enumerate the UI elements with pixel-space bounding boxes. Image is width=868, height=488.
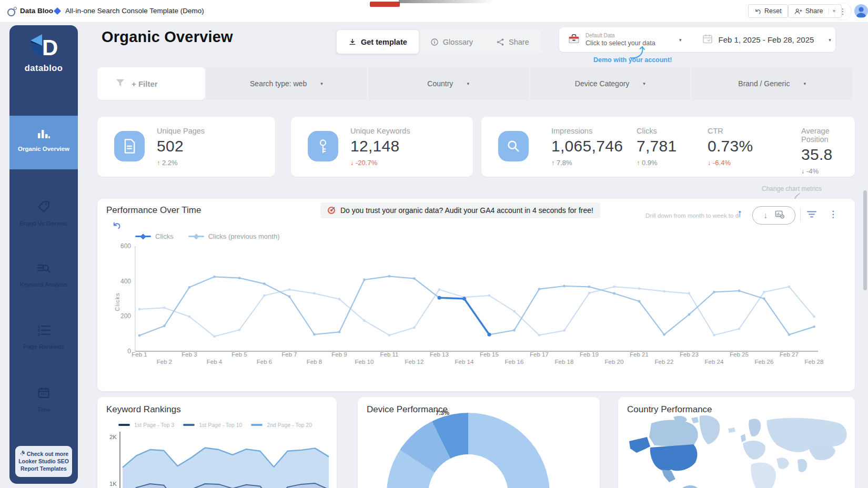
- world-map[interactable]: [621, 415, 852, 488]
- recording-smear: [399, 0, 493, 3]
- calendar-range-icon: [702, 33, 713, 47]
- performance-legend: Clicks Clicks (previous month): [135, 232, 280, 240]
- svg-text:Clicks: Clicks: [114, 292, 120, 311]
- filter-brand-generic[interactable]: Brand / Generic ▾: [692, 67, 852, 100]
- donut-hole: [428, 454, 508, 488]
- sidebar-item-organic-overview[interactable]: Organic Overview: [9, 116, 78, 169]
- share-label: Share: [805, 7, 823, 15]
- svg-text:Feb 21: Feb 21: [630, 351, 649, 358]
- device-donut[interactable]: [387, 413, 550, 488]
- undo-icon: [754, 8, 761, 15]
- sidebar-promo-badge[interactable]: Check out more Looker Studio SEO Report …: [15, 446, 72, 477]
- chart-filter-icon[interactable]: [806, 210, 817, 220]
- performance-over-time-card: Performance Over Time Do you trust your …: [97, 199, 855, 391]
- legend-swatch-clicks-previous: [188, 236, 204, 237]
- chart-more-icon[interactable]: ⋮: [829, 209, 837, 220]
- share-report-button[interactable]: Share: [485, 30, 541, 54]
- get-template-label: Get template: [361, 38, 407, 46]
- svg-text:Feb 19: Feb 19: [580, 351, 599, 358]
- page-title: Organic Overview: [102, 28, 233, 46]
- svg-text:Feb 6: Feb 6: [257, 359, 272, 365]
- svg-text:Feb 28: Feb 28: [805, 359, 824, 365]
- kpi-label: Impressions: [551, 127, 623, 135]
- sidebar-promo-text: Check out more Looker Studio SEO Report …: [18, 451, 69, 472]
- svg-text:Feb 25: Feb 25: [730, 351, 749, 358]
- browser-app-bar: Data Bloo All-in-one Search Console Temp…: [0, 0, 868, 23]
- date-range-picker[interactable]: Feb 1, 2025 - Feb 28, 2025 ▾: [702, 33, 831, 47]
- add-filter-button[interactable]: + Filter: [97, 67, 205, 100]
- svg-text:Feb 16: Feb 16: [505, 359, 524, 365]
- recording-indicator: [370, 2, 400, 7]
- map-usa: [650, 444, 698, 471]
- svg-text:Feb 1: Feb 1: [132, 351, 147, 358]
- keyword-chart[interactable]: 2K1K: [103, 424, 333, 488]
- info-icon: [430, 38, 439, 46]
- filter-label: Country: [427, 79, 453, 88]
- kpi-label: Unique Keywords: [350, 127, 410, 135]
- drill-down-icon[interactable]: ↓: [763, 211, 768, 220]
- svg-text:Feb 27: Feb 27: [780, 351, 799, 358]
- date-range-caret-icon: ▾: [829, 37, 831, 43]
- svg-text:D: D: [42, 35, 58, 59]
- svg-text:Feb 7: Feb 7: [281, 351, 297, 358]
- svg-text:3: 3: [38, 332, 40, 337]
- keyword-rankings-title: Keyword Rankings: [106, 404, 181, 415]
- report-diamond-icon: [54, 7, 61, 15]
- kpi-delta: ↓-6.4%: [708, 159, 753, 167]
- svg-text:Feb 10: Feb 10: [355, 359, 374, 365]
- sidebar-item-keyword-analysis[interactable]: Keyword Analysis: [9, 255, 78, 300]
- sidebar-item-time[interactable]: Time: [9, 379, 78, 424]
- report-title: All-in-one Search Console Template (Demo…: [65, 7, 204, 15]
- reset-button[interactable]: Reset: [748, 4, 788, 18]
- svg-text:Feb 3: Feb 3: [181, 351, 197, 358]
- looker-studio-icon: [7, 7, 17, 16]
- filter-label: Search type: web: [250, 79, 307, 88]
- more-options-button[interactable]: ⋮: [834, 3, 852, 21]
- svg-text:Feb 4: Feb 4: [207, 359, 223, 365]
- svg-text:2K: 2K: [109, 434, 117, 440]
- glossary-label: Glossary: [443, 38, 473, 46]
- performance-chart[interactable]: 0200400600ClicksFeb 1Feb 2Feb 3Feb 4Feb …: [113, 243, 839, 375]
- device-performance-card: Device Performance 7.3%: [358, 397, 600, 488]
- glossary-button[interactable]: Glossary: [419, 30, 485, 54]
- chevron-down-icon: ▾: [643, 81, 645, 86]
- filter-search-type[interactable]: Search type: web ▾: [206, 67, 367, 100]
- kpi-card-search-metrics: Impressions 1,065,746 ↑7.8% Clicks 7,781…: [481, 117, 855, 177]
- svg-text:Feb 22: Feb 22: [655, 359, 674, 365]
- change-chart-metrics-hint: Change chart metrics: [762, 185, 822, 192]
- avatar[interactable]: [854, 4, 868, 18]
- up-arrow-icon: ↑: [637, 159, 640, 167]
- page-scrollbar[interactable]: [863, 190, 867, 290]
- chevron-down-icon: ▾: [803, 81, 806, 86]
- funnel-icon: [115, 78, 125, 89]
- svg-text:Feb 9: Feb 9: [331, 351, 347, 358]
- share-report-label: Share: [509, 38, 529, 46]
- date-range-value: Feb 1, 2025 - Feb 28, 2025: [719, 35, 814, 44]
- databloo-logo-icon: D: [28, 33, 59, 59]
- kpi-value: 1,065,746: [551, 137, 623, 155]
- filter-device-category[interactable]: Device Category ▾: [530, 67, 691, 100]
- chart-undo-icon[interactable]: [112, 221, 121, 232]
- drill-up-icon[interactable]: ↑: [737, 207, 742, 219]
- up-arrow-icon: ↑: [157, 159, 160, 167]
- sidebar-item-label: Keyword Analysis: [9, 281, 78, 288]
- get-template-button[interactable]: Get template: [337, 30, 419, 54]
- header-button-group: Get template Glossary Share: [337, 30, 541, 54]
- kpi-delta: ↓-4%: [801, 167, 855, 175]
- ga4-audit-banner[interactable]: Do you trust your organic data? Audit yo…: [320, 202, 600, 218]
- filter-country[interactable]: Country ▾: [368, 67, 529, 100]
- data-source-selector[interactable]: Default Data Click to select your data ▾: [559, 33, 682, 47]
- kpi-value: 7,781: [637, 137, 677, 155]
- legend-label: Clicks (previous month): [208, 232, 280, 240]
- svg-text:Feb 24: Feb 24: [705, 359, 724, 365]
- kpi-value: 0.73%: [708, 137, 753, 155]
- legend-label: Clicks: [155, 232, 174, 240]
- svg-text:Feb 2: Feb 2: [157, 359, 172, 365]
- legend-clicks-previous: Clicks (previous month): [188, 232, 280, 240]
- kpi-value: 35.8: [801, 146, 855, 164]
- chart-settings-icon[interactable]: [775, 210, 784, 221]
- sidebar-item-page-rankings[interactable]: 123 Page Rankings: [9, 317, 78, 362]
- filter-label: Device Category: [575, 79, 630, 88]
- svg-text:Feb 26: Feb 26: [755, 359, 774, 365]
- sidebar-item-brand-vs-generic[interactable]: Brand Vs Generic: [9, 192, 78, 238]
